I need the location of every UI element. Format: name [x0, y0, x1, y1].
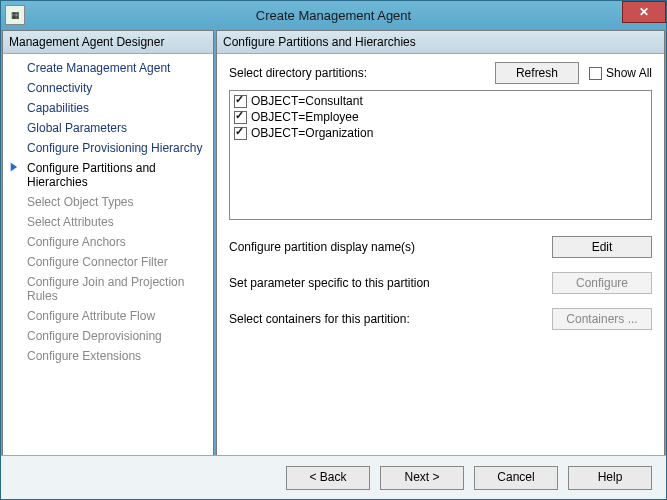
- config-button: Configure: [552, 272, 652, 294]
- next-button[interactable]: Next >: [380, 466, 464, 490]
- nav-item: Configure Deprovisioning: [3, 326, 213, 346]
- nav-item: Configure Attribute Flow: [3, 306, 213, 326]
- checkbox-icon: [234, 95, 247, 108]
- config-button: Containers ...: [552, 308, 652, 330]
- partition-label: OBJECT=Employee: [251, 110, 359, 124]
- main-header: Configure Partitions and Hierarchies: [217, 31, 664, 54]
- partition-item[interactable]: OBJECT=Organization: [232, 125, 649, 141]
- checkbox-icon: [234, 127, 247, 140]
- config-label: Set parameter specific to this partition: [229, 276, 552, 290]
- nav-item: Select Attributes: [3, 212, 213, 232]
- nav-item: Select Object Types: [3, 192, 213, 212]
- nav-item: Configure Anchors: [3, 232, 213, 252]
- checkbox-icon: [589, 67, 602, 80]
- nav-item[interactable]: Capabilities: [3, 98, 213, 118]
- nav-item: Configure Join and Projection Rules: [3, 272, 213, 306]
- cancel-button[interactable]: Cancel: [474, 466, 558, 490]
- config-label: Configure partition display name(s): [229, 240, 552, 254]
- main-panel: Configure Partitions and Hierarchies Sel…: [216, 30, 665, 498]
- nav-item: Configure Connector Filter: [3, 252, 213, 272]
- window-title: Create Management Agent: [256, 8, 411, 23]
- config-button[interactable]: Edit: [552, 236, 652, 258]
- partition-item[interactable]: OBJECT=Employee: [232, 109, 649, 125]
- app-icon: ▦: [5, 5, 25, 25]
- show-all-label: Show All: [606, 66, 652, 80]
- nav-item[interactable]: Configure Provisioning Hierarchy: [3, 138, 213, 158]
- config-label: Select containers for this partition:: [229, 312, 552, 326]
- checkbox-icon: [234, 111, 247, 124]
- help-button[interactable]: Help: [568, 466, 652, 490]
- close-button[interactable]: ✕: [622, 1, 666, 23]
- nav-item[interactable]: Connectivity: [3, 78, 213, 98]
- nav-item[interactable]: Global Parameters: [3, 118, 213, 138]
- titlebar: ▦ Create Management Agent ✕: [1, 1, 666, 29]
- config-row: Select containers for this partition:Con…: [229, 308, 652, 330]
- partition-item[interactable]: OBJECT=Consultant: [232, 93, 649, 109]
- nav-item[interactable]: Create Management Agent: [3, 58, 213, 78]
- close-icon: ✕: [639, 5, 649, 19]
- select-partitions-label: Select directory partitions:: [229, 66, 485, 80]
- partition-label: OBJECT=Organization: [251, 126, 373, 140]
- refresh-button[interactable]: Refresh: [495, 62, 579, 84]
- wizard-footer: < Back Next > Cancel Help: [1, 455, 666, 499]
- nav-item: Configure Extensions: [3, 346, 213, 366]
- back-button[interactable]: < Back: [286, 466, 370, 490]
- sidebar-header: Management Agent Designer: [3, 31, 213, 54]
- config-row: Configure partition display name(s)Edit: [229, 236, 652, 258]
- wizard-sidebar: Management Agent Designer Create Managem…: [2, 30, 214, 498]
- partitions-listbox[interactable]: OBJECT=ConsultantOBJECT=EmployeeOBJECT=O…: [229, 90, 652, 220]
- partition-label: OBJECT=Consultant: [251, 94, 363, 108]
- nav-item[interactable]: Configure Partitions and Hierarchies: [3, 158, 213, 192]
- config-row: Set parameter specific to this partition…: [229, 272, 652, 294]
- show-all-checkbox[interactable]: Show All: [589, 66, 652, 80]
